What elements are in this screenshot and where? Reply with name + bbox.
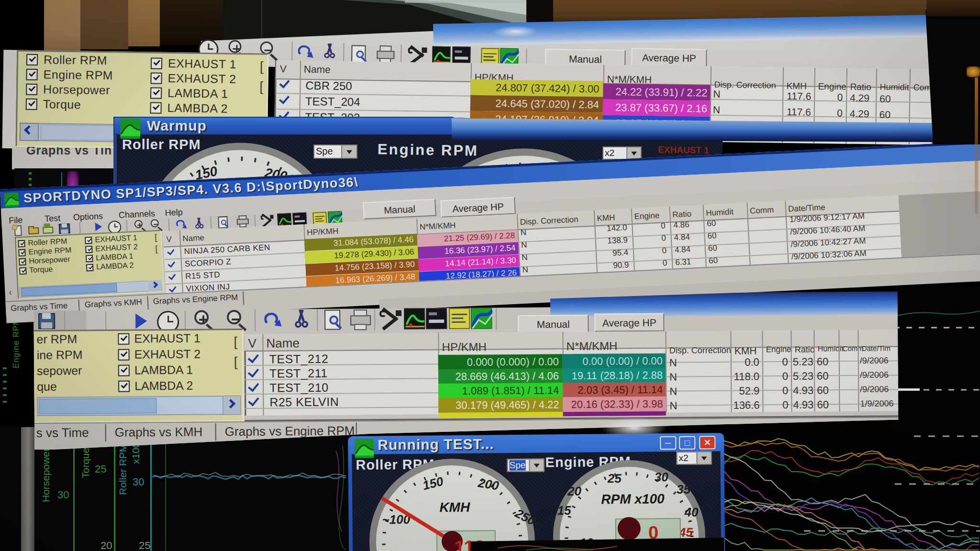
svg-text:30: 30 xyxy=(655,470,669,484)
svg-text:RPM x100: RPM x100 xyxy=(601,491,665,507)
svg-text:20: 20 xyxy=(567,484,582,498)
svg-text:25: 25 xyxy=(607,471,622,485)
svg-text:40: 40 xyxy=(684,505,699,519)
svg-text:113: 113 xyxy=(454,537,485,551)
svg-text:0: 0 xyxy=(648,522,659,542)
svg-text:15: 15 xyxy=(557,503,571,518)
svg-text:KMH: KMH xyxy=(439,500,470,515)
svg-text:10: 10 xyxy=(579,536,594,550)
svg-text:35: 35 xyxy=(677,482,691,496)
